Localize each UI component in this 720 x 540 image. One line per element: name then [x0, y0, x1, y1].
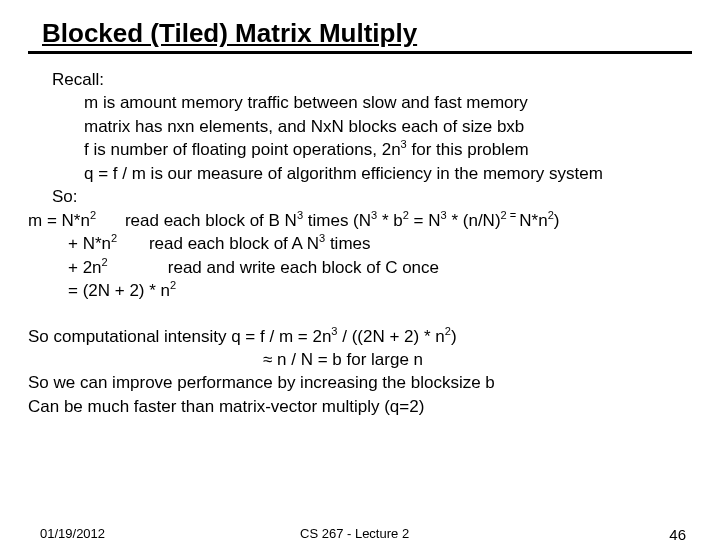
footer-page: 46	[669, 526, 686, 540]
recall-f: f is number of floating point operations…	[28, 138, 692, 161]
intensity-line3: So we can improve performance by increas…	[28, 371, 692, 394]
so-l2-lhs: + N*n2	[52, 232, 130, 255]
so-l4: = (2N + 2) * n2	[52, 281, 176, 300]
so-l3-desc: read and write each block of C once	[168, 258, 439, 277]
recall-m: m is amount memory traffic between slow …	[28, 91, 692, 114]
recall-q: q = f / m is our measure of algorithm ef…	[28, 162, 692, 185]
recall-f-post: for this problem	[407, 140, 529, 159]
so-line3: + 2n2 read and write each block of C onc…	[28, 256, 692, 279]
recall-heading: Recall:	[28, 68, 692, 91]
so-line4: = (2N + 2) * n2	[28, 279, 692, 302]
intensity-line1: So computational intensity q = f / m = 2…	[28, 325, 692, 348]
intensity-line4: Can be much faster than matrix-vector mu…	[28, 395, 692, 418]
so-line2: + N*n2 read each block of A N3 times	[28, 232, 692, 255]
so-heading: So:	[28, 185, 692, 208]
slide-body: Recall: m is amount memory traffic betwe…	[28, 68, 692, 303]
title-bar: Blocked (Tiled) Matrix Multiply	[28, 18, 692, 54]
footer-course: CS 267 - Lecture 2	[300, 526, 409, 540]
intensity-line2: ≈ n / N = b for large n	[28, 348, 692, 371]
so-line1: m = N*n2 read each block of B N3 times (…	[28, 209, 692, 232]
recall-f-pre: f is number of floating point operations…	[84, 140, 401, 159]
footer-date: 01/19/2012	[40, 526, 105, 540]
so-l3-lhs: + 2n2	[52, 256, 130, 279]
intensity-block: So computational intensity q = f / m = 2…	[28, 325, 692, 419]
so-m-desc: read each block of B N3 times (N3 * b2 =…	[125, 211, 560, 230]
so-m-lhs: m = N*n2	[28, 209, 106, 232]
recall-matrix: matrix has nxn elements, and NxN blocks …	[28, 115, 692, 138]
slide-title: Blocked (Tiled) Matrix Multiply	[28, 18, 417, 48]
so-l2-desc: read each block of A N3 times	[149, 234, 371, 253]
approx-icon: ≈	[263, 350, 272, 369]
